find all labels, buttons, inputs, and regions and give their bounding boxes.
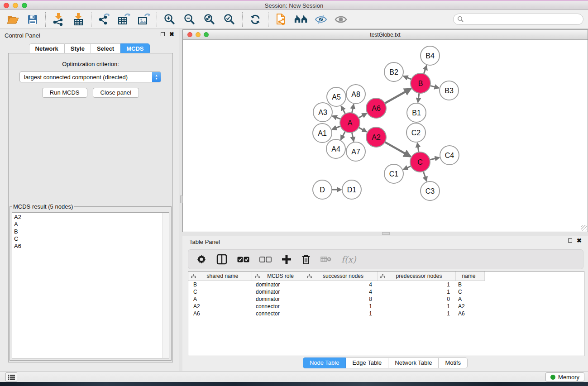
table-cell: C: [456, 288, 485, 295]
svg-text:A7: A7: [351, 148, 360, 156]
zoom-fit-icon[interactable]: [203, 13, 216, 26]
float-table-panel-icon[interactable]: [568, 238, 572, 243]
node-C[interactable]: C: [410, 152, 430, 172]
table-row[interactable]: Cdominator41C: [188, 288, 584, 295]
result-item[interactable]: A: [14, 221, 169, 228]
table-row[interactable]: Bdominator41B: [188, 281, 584, 288]
column-header-name[interactable]: name: [456, 272, 485, 281]
node-A4[interactable]: A4: [326, 139, 345, 158]
zoom-out-icon[interactable]: [183, 13, 196, 26]
refresh-icon[interactable]: [249, 13, 262, 26]
result-item[interactable]: A6: [14, 243, 169, 250]
node-table[interactable]: shared nameMCDS rolesuccessor nodesprede…: [188, 271, 584, 356]
splitter-handle-bottom[interactable]: [382, 232, 390, 235]
node-B4[interactable]: B4: [421, 46, 440, 65]
table-cell: 1: [378, 303, 456, 310]
settings-gear-icon[interactable]: [196, 254, 206, 264]
first-neighbors-icon[interactable]: [294, 13, 308, 26]
network-canvas[interactable]: B4B2BB3A8A5A6A3B1AA1C2A2A4A7C4CC1DD1C3: [183, 40, 587, 231]
mcds-result-list[interactable]: A2ABCA6: [12, 212, 169, 358]
export-table-icon[interactable]: [117, 13, 131, 26]
resize-grip[interactable]: [581, 225, 587, 231]
node-A[interactable]: A: [340, 113, 360, 133]
node-B3[interactable]: B3: [440, 81, 459, 100]
table-cell: 1: [304, 310, 378, 317]
node-B2[interactable]: B2: [384, 62, 403, 81]
column-header-MCDS-role[interactable]: MCDS role: [252, 272, 304, 281]
table-cell: dominator: [252, 288, 304, 295]
float-panel-icon[interactable]: [161, 32, 165, 36]
show-all-icon[interactable]: [334, 13, 348, 26]
network-title: testGlobe.txt: [183, 32, 588, 38]
table-cell: connector: [252, 310, 304, 317]
column-manager-icon[interactable]: [216, 254, 227, 265]
criterion-dropdown[interactable]: largest connected component (directed) ▲…: [19, 71, 161, 82]
deselect-all-icon[interactable]: [259, 257, 272, 262]
memory-button[interactable]: Memory: [545, 372, 584, 381]
node-B1[interactable]: B1: [407, 103, 426, 122]
node-C3[interactable]: C3: [421, 181, 440, 200]
export-image-icon[interactable]: [137, 13, 151, 26]
node-A5[interactable]: A5: [327, 87, 346, 106]
result-item[interactable]: C: [14, 235, 169, 243]
save-session-icon[interactable]: [26, 13, 39, 26]
delete-table-icon[interactable]: [320, 256, 331, 263]
zoom-in-icon[interactable]: [163, 13, 177, 26]
table-cell: 1: [378, 310, 456, 317]
result-item[interactable]: B: [14, 228, 169, 235]
node-C2[interactable]: C2: [406, 123, 425, 142]
select-all-check-icon[interactable]: [237, 257, 249, 262]
edge-A-A3: [332, 116, 340, 119]
node-D[interactable]: D: [313, 180, 332, 199]
splitter-handle-left[interactable]: [180, 195, 183, 203]
node-B[interactable]: B: [411, 73, 430, 93]
table-panel: Table Panel ✖: [182, 236, 588, 371]
node-A7[interactable]: A7: [346, 142, 365, 161]
task-history-button[interactable]: [5, 372, 17, 381]
add-column-icon[interactable]: [282, 254, 292, 264]
node-A2[interactable]: A2: [366, 127, 386, 147]
search-input[interactable]: [453, 14, 583, 25]
svg-text:A5: A5: [332, 93, 341, 101]
column-header-shared-name[interactable]: shared name: [188, 272, 252, 281]
column-header-predecessor-nodes[interactable]: predecessor nodes: [378, 272, 456, 281]
delete-column-icon[interactable]: [301, 254, 311, 265]
close-table-panel-icon[interactable]: ✖: [577, 238, 582, 243]
node-A1[interactable]: A1: [313, 124, 332, 143]
main-toolbar: [0, 10, 588, 29]
export-network-icon[interactable]: [97, 13, 111, 26]
import-network-icon[interactable]: [52, 13, 65, 26]
open-session-icon[interactable]: [6, 13, 19, 26]
table-row[interactable]: A6connector11A6: [188, 310, 584, 317]
node-D1[interactable]: D1: [342, 180, 361, 199]
run-mcds-button[interactable]: Run MCDS: [42, 88, 87, 98]
network-window-titlebar[interactable]: testGlobe.txt: [183, 30, 588, 40]
node-C1[interactable]: C1: [384, 164, 403, 183]
zoom-selected-icon[interactable]: [223, 13, 236, 26]
column-header-successor-nodes[interactable]: successor nodes: [304, 272, 378, 281]
close-panel-button[interactable]: Close panel: [93, 88, 139, 98]
svg-text:B1: B1: [412, 109, 421, 117]
close-panel-icon[interactable]: ✖: [169, 32, 174, 36]
function-builder-icon[interactable]: f(x): [341, 254, 356, 264]
result-scrollbar[interactable]: [163, 213, 169, 358]
table-tab-node-table[interactable]: Node Table: [303, 357, 346, 368]
table-row[interactable]: A2connector11A2: [188, 303, 584, 310]
node-A3[interactable]: A3: [313, 103, 332, 122]
import-table-icon[interactable]: [72, 13, 85, 26]
result-item[interactable]: A2: [14, 214, 169, 221]
node-A6[interactable]: A6: [366, 98, 386, 118]
dropdown-stepper-icon: ▲▼: [152, 72, 161, 82]
new-network-from-file-icon[interactable]: [274, 13, 288, 26]
table-tab-motifs[interactable]: Motifs: [439, 357, 468, 368]
table-tab-edge-table[interactable]: Edge Table: [346, 357, 388, 368]
table-row[interactable]: Adominator80A: [188, 295, 584, 303]
table-cell: 1: [304, 303, 378, 310]
hide-selected-icon[interactable]: [314, 13, 328, 26]
table-body: Bdominator41BCdominator41CAdominator80AA…: [188, 281, 584, 317]
node-A8[interactable]: A8: [346, 85, 365, 104]
table-tab-network-table[interactable]: Network Table: [388, 357, 439, 368]
node-C4[interactable]: C4: [440, 146, 459, 165]
svg-text:C3: C3: [425, 187, 435, 195]
table-panel-title: Table Panel: [189, 238, 220, 245]
